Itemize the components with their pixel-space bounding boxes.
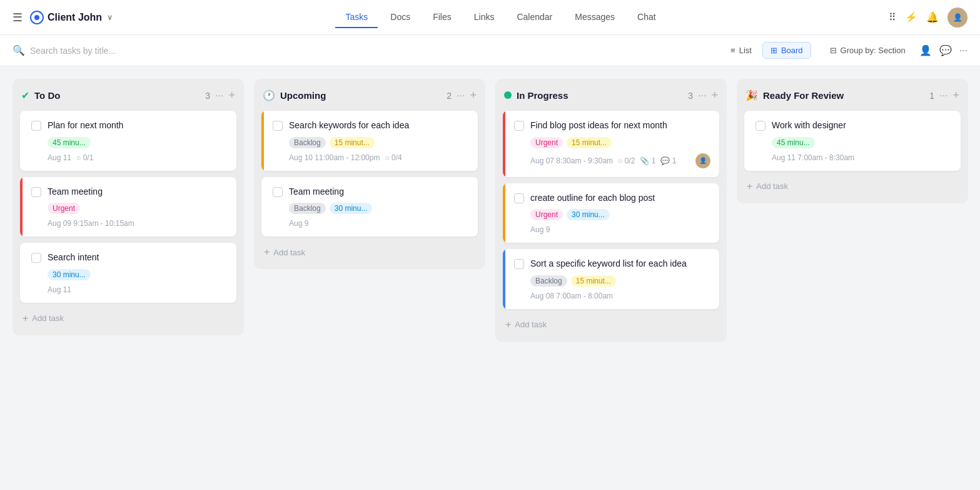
task-subtasks: ○ 0/1 bbox=[76, 153, 93, 162]
column-menu-todo[interactable]: ··· bbox=[215, 90, 223, 101]
task-card-u2: Team meeting Backlog30 minu... Aug 9 bbox=[261, 177, 478, 237]
task-date: Aug 11 bbox=[48, 153, 71, 162]
task-date: Aug 11 7:00am - 8:30am bbox=[772, 153, 854, 162]
person-icon[interactable]: 👤 bbox=[919, 44, 932, 56]
tag-backlog: Backlog bbox=[289, 203, 326, 214]
brand[interactable]: Client John ∨ bbox=[30, 11, 113, 24]
column-count-inprogress: 3 bbox=[688, 91, 693, 101]
board-label: Board bbox=[781, 46, 803, 55]
task-title-p3: Sort a specific keyword list for each id… bbox=[530, 258, 687, 270]
tag-30min: 30 minu... bbox=[330, 203, 373, 214]
task-accent-t2 bbox=[20, 177, 23, 237]
brand-icon-inner bbox=[34, 15, 39, 20]
task-date: Aug 09 9:15am - 10:15am bbox=[48, 219, 134, 228]
group-by-selector[interactable]: ⊟ Group by: Section bbox=[824, 43, 912, 58]
flash-icon[interactable]: ⚡ bbox=[905, 11, 917, 23]
column-add-upcoming[interactable]: + bbox=[470, 89, 477, 102]
nav-tab-messages[interactable]: Messages bbox=[565, 7, 625, 28]
task-tags-t2: Urgent bbox=[48, 203, 228, 214]
column-count-review: 1 bbox=[929, 91, 934, 101]
add-task-button-inprogress[interactable]: + Add task bbox=[503, 315, 719, 334]
column-add-review[interactable]: + bbox=[952, 89, 959, 102]
column-menu-upcoming[interactable]: ··· bbox=[457, 90, 465, 101]
task-checkbox-t1[interactable] bbox=[31, 121, 41, 131]
more-options-icon[interactable]: ··· bbox=[959, 45, 967, 56]
task-top-p2: create outline for each blog post bbox=[514, 192, 710, 205]
task-tags-p3: Backlog15 minut... bbox=[530, 275, 710, 287]
add-task-button-upcoming[interactable]: + Add task bbox=[261, 243, 478, 262]
add-task-button-todo[interactable]: + Add task bbox=[20, 309, 236, 328]
task-card-inner-p2: create outline for each blog post Urgent… bbox=[512, 192, 710, 235]
plus-icon: + bbox=[747, 181, 752, 192]
task-checkbox-u2[interactable] bbox=[273, 187, 283, 197]
task-tags-p1: Urgent15 minut... bbox=[530, 137, 710, 148]
tag-backlog: Backlog bbox=[530, 275, 567, 287]
nav-right: ⠿ ⚡ 🔔 👤 bbox=[889, 8, 967, 28]
task-checkbox-t2[interactable] bbox=[31, 187, 41, 197]
nav-tab-links[interactable]: Links bbox=[464, 7, 505, 28]
search-placeholder[interactable]: Search tasks by title... bbox=[30, 46, 116, 56]
view-switcher: ≡ List ⊞ Board bbox=[722, 42, 811, 59]
task-card-r1: Work with designer 45 minu... Aug 11 7:0… bbox=[744, 111, 961, 171]
tag-45min: 45 minu... bbox=[48, 137, 91, 148]
task-card-t1: Plan for next month 45 minu... Aug 11○ 0… bbox=[20, 111, 236, 171]
column-menu-inprogress[interactable]: ··· bbox=[698, 90, 706, 101]
task-checkbox-r1[interactable] bbox=[755, 121, 765, 131]
nav-tab-files[interactable]: Files bbox=[423, 7, 462, 28]
task-title-t1: Plan for next month bbox=[48, 120, 123, 132]
task-accent-u1 bbox=[261, 111, 264, 171]
task-card-p1: Find blog post ideas for next month Urge… bbox=[503, 111, 719, 177]
task-title-u1: Search keywords for each idea bbox=[289, 120, 409, 132]
nav-tab-tasks[interactable]: Tasks bbox=[335, 7, 378, 28]
bell-icon[interactable]: 🔔 bbox=[926, 11, 939, 23]
task-meta-p2: Aug 9 bbox=[530, 225, 710, 234]
task-title-u2: Team meeting bbox=[289, 186, 344, 198]
task-date: Aug 08 7:00am - 8:00am bbox=[530, 292, 613, 300]
brand-name: Client John bbox=[48, 12, 102, 23]
plus-icon: + bbox=[264, 247, 270, 258]
column-review: 🎉 Ready For Review 1 ··· + Work with des… bbox=[737, 79, 968, 203]
task-checkbox-p2[interactable] bbox=[514, 193, 524, 203]
task-card-inner-t1: Plan for next month 45 minu... Aug 11○ 0… bbox=[29, 120, 228, 162]
column-header-todo: ✔ To Do 3 ··· + bbox=[20, 86, 236, 105]
search-box: 🔍 Search tasks by title... bbox=[13, 44, 715, 56]
task-checkbox-p3[interactable] bbox=[514, 259, 524, 269]
comment-icon[interactable]: 💬 bbox=[939, 44, 952, 56]
column-header-upcoming: 🕐 Upcoming 2 ··· + bbox=[261, 86, 478, 105]
add-task-label: Add task bbox=[756, 181, 788, 191]
task-date: Aug 10 11:00am - 12:00pm bbox=[289, 153, 380, 162]
group-by-label: Group by: Section bbox=[841, 46, 906, 55]
task-top-p1: Find blog post ideas for next month bbox=[514, 120, 710, 132]
task-card-t3: Search intent 30 minu... Aug 11 bbox=[20, 243, 236, 303]
column-icon-todo: ✔ bbox=[21, 89, 29, 101]
nav-tab-chat[interactable]: Chat bbox=[627, 7, 666, 28]
task-subtasks: ○ 0/2 bbox=[618, 156, 635, 165]
task-checkbox-u1[interactable] bbox=[273, 121, 283, 131]
menu-icon[interactable]: ☰ bbox=[13, 11, 23, 24]
nav-tab-docs[interactable]: Docs bbox=[380, 7, 420, 28]
add-task-button-review[interactable]: + Add task bbox=[744, 177, 961, 196]
column-count-upcoming: 2 bbox=[447, 91, 452, 101]
grid-icon[interactable]: ⠿ bbox=[889, 11, 896, 23]
task-meta-t1: Aug 11○ 0/1 bbox=[48, 153, 228, 162]
task-comments: 💬 1 bbox=[660, 156, 676, 165]
column-menu-review[interactable]: ··· bbox=[939, 90, 947, 101]
tag-urgent: Urgent bbox=[530, 209, 563, 220]
board-view-button[interactable]: ⊞ Board bbox=[762, 42, 811, 59]
task-subtasks: ○ 0/4 bbox=[385, 153, 402, 162]
nav-tab-calendar[interactable]: Calendar bbox=[507, 7, 562, 28]
column-add-todo[interactable]: + bbox=[228, 89, 235, 102]
column-title-review: Ready For Review bbox=[763, 90, 924, 101]
user-avatar[interactable]: 👤 bbox=[947, 8, 967, 28]
task-checkbox-t3[interactable] bbox=[31, 253, 41, 263]
task-card-p2: create outline for each blog post Urgent… bbox=[503, 183, 719, 243]
list-view-button[interactable]: ≡ List bbox=[722, 42, 760, 59]
task-title-p2: create outline for each blog post bbox=[530, 192, 655, 205]
task-meta-t2: Aug 09 9:15am - 10:15am bbox=[48, 219, 228, 228]
task-tags-u1: Backlog15 minut... bbox=[289, 137, 469, 148]
task-tags-u2: Backlog30 minu... bbox=[289, 203, 469, 214]
nav-left: ☰ Client John ∨ bbox=[13, 11, 113, 24]
column-add-inprogress[interactable]: + bbox=[711, 89, 718, 102]
add-task-label: Add task bbox=[273, 248, 305, 257]
task-checkbox-p1[interactable] bbox=[514, 121, 524, 131]
